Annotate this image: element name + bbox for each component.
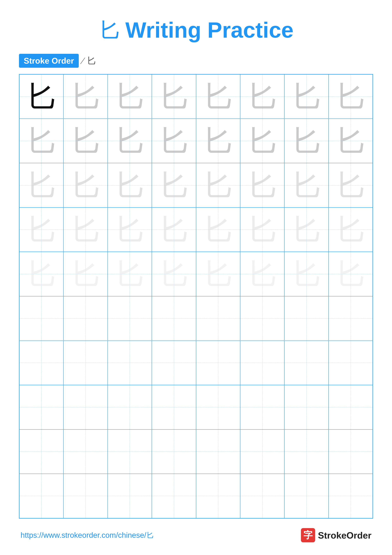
grid-cell[interactable]: 匕 bbox=[328, 163, 373, 207]
grid-cell[interactable] bbox=[284, 474, 328, 518]
grid-cell[interactable] bbox=[64, 474, 107, 518]
grid-cell[interactable] bbox=[108, 341, 152, 385]
stroke-mark-1: ∕ bbox=[82, 55, 84, 66]
grid-cell[interactable]: 匕 bbox=[284, 74, 328, 118]
grid-cell[interactable]: 匕 bbox=[240, 208, 284, 252]
grid-cell[interactable]: 匕 bbox=[328, 208, 373, 252]
grid-cell[interactable] bbox=[240, 430, 284, 474]
grid-cell[interactable]: 匕 bbox=[284, 208, 328, 252]
grid-cell[interactable] bbox=[328, 385, 373, 429]
footer-logo-icon: 字 bbox=[301, 528, 315, 542]
grid-cell[interactable] bbox=[64, 341, 107, 385]
grid-cell[interactable]: 匕 bbox=[284, 252, 328, 296]
grid-cell[interactable] bbox=[108, 385, 152, 429]
grid-cell[interactable] bbox=[152, 385, 196, 429]
grid-cell[interactable] bbox=[328, 341, 373, 385]
grid-cell[interactable] bbox=[108, 474, 152, 518]
grid-cell[interactable]: 匕 bbox=[152, 74, 196, 118]
grid-cell[interactable] bbox=[240, 385, 284, 429]
grid-cell[interactable] bbox=[196, 474, 240, 518]
grid-cell[interactable]: 匕 bbox=[152, 119, 196, 163]
grid-cell[interactable]: 匕 bbox=[328, 119, 373, 163]
footer-logo-text: StrokeOrder bbox=[318, 530, 371, 540]
grid-cell[interactable] bbox=[284, 430, 328, 474]
grid-cell[interactable]: 匕 bbox=[108, 119, 152, 163]
grid-cell[interactable] bbox=[19, 430, 64, 474]
grid-cell[interactable] bbox=[152, 341, 196, 385]
grid-cell[interactable]: 匕 bbox=[284, 163, 328, 207]
footer-url: https://www.strokeorder.com/chinese/匕 bbox=[21, 530, 154, 540]
grid-cell[interactable]: 匕 bbox=[64, 74, 107, 118]
grid-cell[interactable]: 匕 bbox=[196, 119, 240, 163]
grid-cell[interactable]: 匕 bbox=[152, 208, 196, 252]
grid-cell[interactable] bbox=[328, 474, 373, 518]
grid-cell[interactable]: 匕 bbox=[19, 208, 64, 252]
grid-cell[interactable]: 匕 bbox=[108, 252, 152, 296]
grid-cell[interactable]: 匕 bbox=[64, 163, 107, 207]
stroke-order-badge: Stroke Order bbox=[19, 54, 79, 68]
grid-cell[interactable] bbox=[328, 296, 373, 340]
grid-cell[interactable]: 匕 bbox=[152, 163, 196, 207]
stroke-mark-2: 匕 bbox=[87, 54, 96, 67]
grid-cell[interactable]: 匕 bbox=[19, 119, 64, 163]
grid-cell[interactable]: 匕 bbox=[284, 119, 328, 163]
grid-cell[interactable] bbox=[196, 341, 240, 385]
grid-cell[interactable] bbox=[284, 341, 328, 385]
grid-cell[interactable] bbox=[152, 430, 196, 474]
grid-cell[interactable] bbox=[64, 430, 107, 474]
grid-cell[interactable] bbox=[19, 296, 64, 340]
grid-cell[interactable] bbox=[64, 385, 107, 429]
title-row: 匕 Writing Practice bbox=[19, 19, 373, 41]
grid-cell[interactable] bbox=[284, 296, 328, 340]
grid-cell[interactable]: 匕 bbox=[108, 74, 152, 118]
grid-cell[interactable]: 匕 bbox=[328, 252, 373, 296]
grid-cell[interactable]: 匕 bbox=[240, 119, 284, 163]
grid-cell[interactable]: 匕 bbox=[108, 163, 152, 207]
grid-cell[interactable] bbox=[240, 296, 284, 340]
grid-cell[interactable] bbox=[196, 385, 240, 429]
grid-cell[interactable] bbox=[196, 430, 240, 474]
grid-cell[interactable]: 匕 bbox=[19, 163, 64, 207]
grid-cell[interactable]: 匕 bbox=[196, 74, 240, 118]
grid-cell[interactable]: 匕 bbox=[240, 252, 284, 296]
practice-grid: 匕匕匕匕匕匕匕匕匕匕匕匕匕匕匕匕匕匕匕匕匕匕匕匕匕匕匕匕匕匕匕匕匕匕匕匕匕匕匕匕 bbox=[19, 74, 373, 518]
grid-cell[interactable]: 匕 bbox=[196, 252, 240, 296]
footer: https://www.strokeorder.com/chinese/匕 字 … bbox=[19, 528, 373, 542]
grid-cell[interactable] bbox=[108, 430, 152, 474]
grid-cell[interactable] bbox=[240, 474, 284, 518]
grid-cell[interactable] bbox=[64, 296, 107, 340]
grid-cell[interactable]: 匕 bbox=[240, 163, 284, 207]
grid-cell[interactable]: 匕 bbox=[240, 74, 284, 118]
grid-cell[interactable]: 匕 bbox=[196, 208, 240, 252]
grid-cell[interactable] bbox=[19, 385, 64, 429]
grid-cell[interactable] bbox=[328, 430, 373, 474]
grid-cell[interactable] bbox=[240, 341, 284, 385]
grid-cell[interactable]: 匕 bbox=[64, 208, 107, 252]
grid-cell[interactable] bbox=[152, 296, 196, 340]
grid-cell[interactable]: 匕 bbox=[152, 252, 196, 296]
grid-cell[interactable]: 匕 bbox=[108, 208, 152, 252]
grid-cell[interactable] bbox=[284, 385, 328, 429]
grid-cell[interactable]: 匕 bbox=[64, 119, 107, 163]
grid-cell[interactable] bbox=[19, 341, 64, 385]
title-text: Writing Practice bbox=[125, 19, 293, 41]
grid-cell[interactable]: 匕 bbox=[64, 252, 107, 296]
grid-cell[interactable] bbox=[19, 474, 64, 518]
grid-cell[interactable]: 匕 bbox=[328, 74, 373, 118]
grid-cell[interactable] bbox=[196, 296, 240, 340]
page: 匕 Writing Practice Stroke Order ∕ 匕 匕匕匕匕… bbox=[0, 0, 392, 555]
footer-logo: 字 StrokeOrder bbox=[301, 528, 371, 542]
grid-cell[interactable] bbox=[108, 296, 152, 340]
grid-cell[interactable]: 匕 bbox=[19, 252, 64, 296]
stroke-order-strokes: ∕ 匕 bbox=[82, 54, 96, 67]
grid-cell[interactable]: 匕 bbox=[19, 74, 64, 118]
title-char: 匕 bbox=[99, 19, 121, 41]
grid-cell[interactable] bbox=[152, 474, 196, 518]
grid-cell[interactable]: 匕 bbox=[196, 163, 240, 207]
stroke-order-row: Stroke Order ∕ 匕 bbox=[19, 54, 373, 68]
